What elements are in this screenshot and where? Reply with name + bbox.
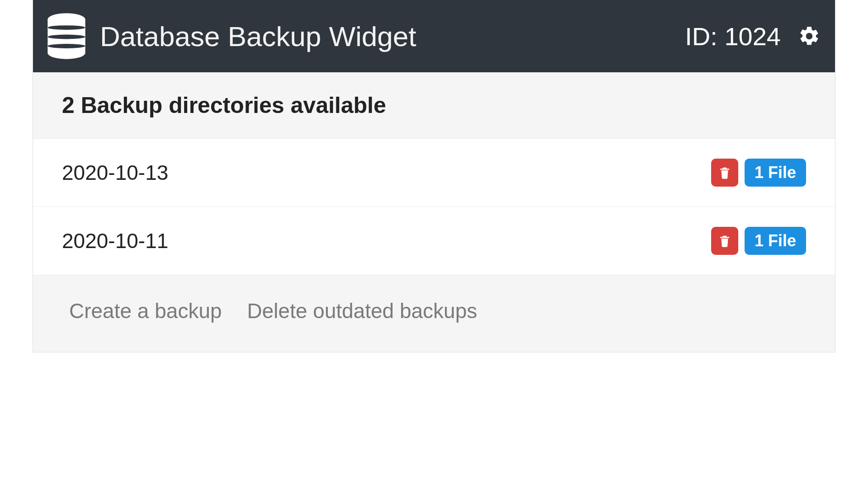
gear-icon[interactable] bbox=[798, 25, 821, 47]
backup-row: 2020-10-11 1 File bbox=[33, 207, 835, 275]
file-count-badge[interactable]: 1 File bbox=[745, 227, 806, 255]
backup-row-actions: 1 File bbox=[711, 159, 806, 187]
trash-icon bbox=[718, 233, 731, 249]
svg-point-1 bbox=[47, 25, 85, 30]
file-count-label: 1 File bbox=[755, 231, 796, 250]
backup-date: 2020-10-13 bbox=[62, 160, 711, 185]
backup-row-actions: 1 File bbox=[711, 227, 806, 255]
backup-count-header: 2 Backup directories available bbox=[33, 72, 835, 139]
trash-icon bbox=[718, 165, 731, 180]
widget-footer: Create a backup Delete outdated backups bbox=[33, 275, 835, 352]
widget-header: Database Backup Widget ID: 1024 bbox=[33, 0, 835, 72]
widget-id: ID: 1024 bbox=[685, 22, 781, 51]
svg-point-3 bbox=[47, 44, 85, 48]
widget-title: Database Backup Widget bbox=[100, 20, 672, 52]
backup-count-text: 2 Backup directories available bbox=[62, 92, 806, 118]
create-backup-link[interactable]: Create a backup bbox=[69, 299, 222, 323]
database-icon bbox=[46, 12, 87, 60]
backup-widget-panel: Database Backup Widget ID: 1024 2 Backup… bbox=[33, 0, 835, 352]
delete-outdated-link[interactable]: Delete outdated backups bbox=[247, 299, 477, 323]
backup-row: 2020-10-13 1 File bbox=[33, 139, 835, 207]
delete-backup-button[interactable] bbox=[711, 159, 738, 187]
delete-backup-button[interactable] bbox=[711, 227, 738, 255]
file-count-label: 1 File bbox=[755, 163, 796, 182]
svg-point-2 bbox=[47, 35, 85, 39]
file-count-badge[interactable]: 1 File bbox=[745, 159, 806, 187]
backup-date: 2020-10-11 bbox=[62, 229, 711, 253]
